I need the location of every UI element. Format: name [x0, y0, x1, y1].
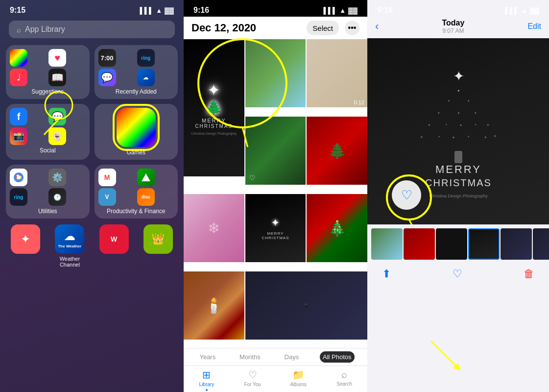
svg-text:✦: ✦	[445, 123, 447, 126]
svg-text:CHRISTMAS: CHRISTMAS	[425, 177, 492, 188]
status-bar-1: 9:15 ▌▌▌ ▲ ▓▓	[0, 0, 184, 17]
edit-button[interactable]: Edit	[527, 22, 541, 31]
filmstrip-item-2[interactable]	[404, 228, 435, 260]
filter-months[interactable]: Months	[237, 351, 263, 363]
weather-channel-icon: ☁ The Weather	[55, 224, 84, 254]
filmstrip-item-6[interactable]	[533, 228, 549, 260]
photo-family[interactable]	[245, 39, 306, 107]
detail-toolbar: ⬆ ♡ 🗑	[367, 264, 549, 284]
filter-bar: Years Months Days All Photos	[184, 348, 367, 366]
app-ring-2[interactable]: ring	[10, 188, 27, 206]
filmstrip-item-3[interactable]	[436, 228, 467, 260]
app-discover[interactable]: disc	[137, 188, 155, 206]
photo-green-ornament[interactable]: ♡	[245, 117, 306, 185]
svg-text:✦: ✦	[437, 135, 440, 138]
app-venmo[interactable]: V	[98, 188, 116, 206]
app-messenger[interactable]: 💬	[98, 69, 116, 86]
photo-grid: ✦ 🌲 MERRY CHRISTMAS Christina Design Pho…	[184, 39, 367, 348]
app-triangle[interactable]	[137, 169, 155, 186]
bottom-app-weather[interactable]: ☁ The Weather Weather Channel	[50, 224, 89, 268]
heart-icon: ♡	[401, 188, 412, 203]
app-facebook[interactable]: f	[10, 108, 27, 125]
svg-text:✦: ✦	[474, 111, 477, 115]
bottom-app-smoothie[interactable]: 👑	[139, 224, 178, 268]
app-ring[interactable]: ring	[137, 49, 155, 67]
svg-text:✦: ✦	[467, 99, 469, 102]
panel-photos-grid: 9:16 ▌▌▌ ▲ ▓▓ Dec 12, 2020 Select ••• ✦ …	[184, 0, 367, 392]
svg-point-2	[17, 175, 21, 179]
search-placeholder: App Library	[25, 25, 65, 34]
filmstrip-item-5[interactable]	[501, 228, 532, 260]
battery-icon-2: ▓▓	[348, 7, 358, 14]
status-bar-2: 9:16 ▌▌▌ ▲ ▓▓	[184, 0, 367, 17]
panel-photo-detail: 9:16 ▌▌▌ ▲ ▓▓ ‹ Today 9:07 AM Edit ✦ ✦ ✦…	[367, 0, 549, 392]
filmstrip-item-4[interactable]	[468, 228, 500, 260]
photo-xmas-large[interactable]: ✦ 🌲 MERRY CHRISTMAS Christina Design Pho…	[184, 39, 244, 176]
wifi-icon-2: ▲	[339, 7, 346, 14]
folder-productivity[interactable]: M V disc Productivity & Finance	[95, 165, 178, 219]
status-bar-3: 9:16 ▌▌▌ ▲ ▓▓	[367, 0, 549, 17]
search-tab-icon: ⌕	[341, 369, 347, 380]
filmstrip-item-1[interactable]	[371, 228, 403, 260]
favorite-button[interactable]: ♡	[453, 268, 462, 280]
app-music[interactable]: ♩	[10, 69, 27, 86]
library-icon: ⊞	[202, 369, 211, 381]
filter-years[interactable]: Years	[196, 351, 218, 363]
app-row-3: ⚙️ ring 🕐 Utilities M V disc Productivit…	[6, 165, 178, 219]
photo-xmas-balls[interactable]: 🎄	[307, 194, 367, 262]
app-gmail[interactable]: M	[98, 169, 116, 186]
folder-games[interactable]: Games	[95, 104, 178, 160]
select-button[interactable]: Select	[307, 21, 339, 35]
svg-line-32	[431, 341, 455, 366]
app-kindle[interactable]: 📖	[48, 69, 66, 86]
for-you-icon: ♡	[248, 369, 257, 381]
share-button[interactable]: ⬆	[382, 268, 391, 280]
photo-merry-2[interactable]: ✦ MERRY CHRISTMAS	[245, 194, 306, 262]
time-3: 9:16	[377, 6, 393, 15]
back-button[interactable]: ‹	[375, 20, 379, 33]
more-button[interactable]: •••	[345, 21, 359, 35]
folder-recently-added[interactable]: 7:00 ring 💬 ☁ Recently Added	[95, 45, 178, 99]
filter-days[interactable]: Days	[282, 351, 302, 363]
photo-pink-snowflake[interactable]: ❄	[184, 194, 244, 262]
bottom-app-walgreens[interactable]: W	[95, 224, 134, 268]
app-weather-channel-small[interactable]: ☁	[137, 69, 155, 86]
svg-text:✦: ✦	[483, 135, 487, 140]
filter-all-photos[interactable]: All Photos	[320, 351, 355, 363]
folder-utilities[interactable]: ⚙️ ring 🕐 Utilities	[6, 165, 90, 219]
photo-baby-shoes[interactable]: 0:12	[307, 39, 367, 107]
battery-icon: ▓▓	[165, 7, 174, 14]
app-messages[interactable]: 💬	[48, 108, 66, 125]
app-instagram[interactable]: 📸	[10, 127, 27, 145]
app-health[interactable]: ♥	[48, 49, 66, 67]
time-1: 9:15	[10, 6, 25, 15]
app-row-1: ♥ ♩ 📖 Suggestions 7:00 ring 💬 ☁ Recently…	[6, 45, 178, 99]
app-photos[interactable]	[10, 49, 27, 67]
heart-button-overlay[interactable]: ♡	[392, 180, 421, 210]
app-clock-2[interactable]: 🕐	[48, 188, 66, 206]
photo-lantern[interactable]: 🕯️	[184, 271, 244, 340]
status-icons-1: ▌▌▌ ▲ ▓▓	[140, 7, 174, 14]
photos-actions: Select •••	[307, 21, 359, 35]
app-clock[interactable]: 7:00	[98, 49, 116, 67]
delete-button[interactable]: 🗑	[524, 268, 534, 280]
tab-search[interactable]: ⌕ Search	[321, 369, 367, 391]
tab-albums[interactable]: 📁 Albums	[276, 369, 322, 391]
bottom-app-airbnb[interactable]: ✦	[6, 224, 45, 268]
app-chrome[interactable]	[10, 169, 27, 186]
tab-for-you[interactable]: ♡ For You	[230, 369, 276, 391]
app-library-search[interactable]: ⌕ App Library	[9, 21, 175, 38]
app-grid: ♥ ♩ 📖 Suggestions 7:00 ring 💬 ☁ Recently…	[0, 45, 184, 219]
photo-phone-screenshot[interactable]: 📱	[245, 271, 367, 340]
folder-utilities-label: Utilities	[10, 208, 86, 215]
wifi-icon: ▲	[156, 7, 162, 14]
photos-highlight-ring	[113, 104, 160, 151]
app-row-2: f 💬 📸 👻 Social Games	[6, 104, 178, 160]
photo-red-tree[interactable]: 🌲	[307, 117, 367, 185]
app-snapchat[interactable]: 👻	[48, 127, 66, 145]
app-settings[interactable]: ⚙️	[48, 169, 66, 186]
folder-suggestions[interactable]: ♥ ♩ 📖 Suggestions	[6, 45, 90, 99]
folder-social[interactable]: f 💬 📸 👻 Social	[6, 104, 90, 160]
tab-library[interactable]: ⊞ Library	[184, 369, 230, 391]
albums-icon: 📁	[292, 369, 305, 381]
